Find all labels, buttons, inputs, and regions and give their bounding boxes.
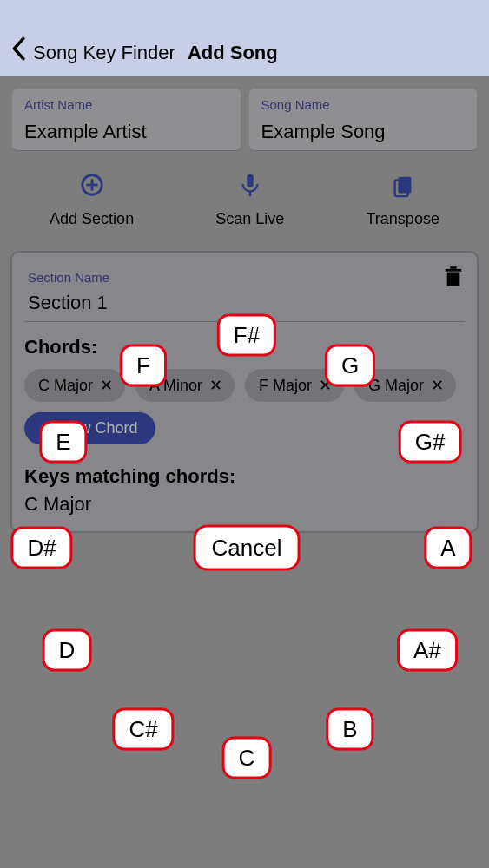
note-button-e[interactable]: E (39, 421, 87, 464)
note-button-gsharp[interactable]: G# (399, 421, 462, 464)
keys-matching-heading: Keys matching chords: (24, 465, 465, 488)
action-row: Add Section Scan Live Transpose (0, 156, 489, 244)
page-title: Add Song (188, 42, 278, 64)
song-name-label: Song Name (261, 97, 466, 112)
note-button-fsharp[interactable]: F# (217, 314, 276, 357)
add-section-label: Add Section (50, 210, 134, 228)
note-button-dsharp[interactable]: D# (10, 527, 72, 569)
note-button-a[interactable]: A (424, 527, 472, 569)
delete-section-button[interactable] (444, 266, 463, 293)
section-card: Section Name Section 1 Chords: C Major ✕… (10, 251, 479, 533)
nav-bar: Song Key Finder Add Song (0, 0, 489, 76)
add-section-button[interactable]: Add Section (50, 172, 134, 228)
song-name-value: Example Song (261, 121, 466, 143)
close-icon[interactable]: ✕ (431, 376, 444, 395)
section-name-label: Section Name (28, 270, 461, 285)
note-button-b[interactable]: B (326, 708, 373, 751)
keys-matching-value: C Major (24, 493, 465, 516)
svg-rect-11 (450, 266, 456, 269)
transpose-label: Transpose (367, 210, 439, 228)
scan-live-label: Scan Live (215, 210, 284, 228)
note-button-f[interactable]: F (120, 345, 167, 387)
trash-icon (444, 266, 463, 289)
note-button-g[interactable]: G (325, 345, 375, 387)
chord-chip-label: F Major (259, 377, 312, 395)
artist-name-label: Artist Name (24, 97, 228, 112)
svg-rect-3 (247, 174, 254, 187)
chord-chip-label: G Major (368, 377, 424, 395)
content-area: Artist Name Example Artist Song Name Exa… (0, 76, 489, 868)
note-button-csharp[interactable]: C# (112, 708, 174, 751)
svg-rect-9 (447, 273, 460, 287)
back-button-label[interactable]: Song Key Finder (33, 42, 175, 64)
note-button-c[interactable]: C (222, 737, 272, 779)
plus-circle-icon (79, 172, 105, 201)
artist-name-value: Example Artist (24, 121, 228, 143)
close-icon[interactable]: ✕ (100, 376, 113, 395)
song-name-field[interactable]: Song Name Example Song (249, 89, 478, 151)
chord-chip[interactable]: C Major ✕ (24, 369, 125, 402)
input-row: Artist Name Example Artist Song Name Exa… (0, 76, 489, 156)
transpose-icon (390, 172, 416, 201)
chord-chip-label: C Major (38, 377, 93, 395)
microphone-icon (237, 172, 263, 201)
note-button-asharp[interactable]: A# (397, 629, 458, 672)
close-icon[interactable]: ✕ (209, 376, 222, 395)
transpose-button[interactable]: Transpose (367, 172, 439, 228)
note-button-d[interactable]: D (43, 629, 92, 672)
section-name-value: Section 1 (28, 292, 461, 314)
artist-name-field[interactable]: Artist Name Example Artist (12, 89, 241, 151)
cancel-button[interactable]: Cancel (194, 525, 301, 571)
scan-live-button[interactable]: Scan Live (215, 172, 284, 228)
back-chevron-icon[interactable] (9, 36, 28, 64)
svg-rect-10 (446, 269, 461, 272)
